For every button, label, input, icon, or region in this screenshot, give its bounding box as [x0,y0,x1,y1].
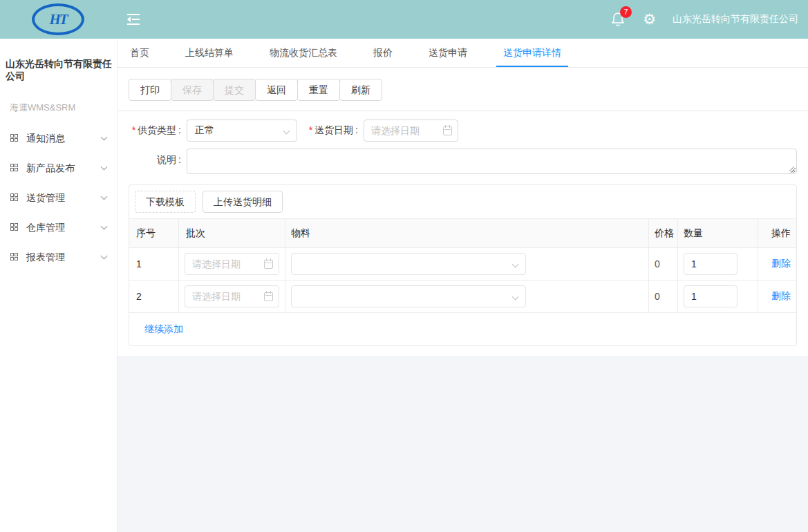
grid-icon [10,253,19,262]
row-batch-cell [179,281,285,312]
delete-link[interactable]: 删除 [771,258,791,270]
toolbar: 打印 保存 提交 返回 重置 刷新 [129,79,382,101]
sidebar-item-label: 仓库管理 [26,222,102,234]
back-button[interactable]: 返回 [255,79,298,101]
logo-text: HT [49,11,66,28]
form-row-note: 说明: [129,149,797,174]
row-action-cell: 删除 [758,281,796,312]
divider [118,111,808,111]
upload-detail-button[interactable]: 上传送货明细 [203,191,283,213]
company-logo: HT [32,3,84,35]
supply-type-select[interactable]: 正常 [187,120,297,142]
note-label: 说明: [129,154,182,167]
tab-delivery-request[interactable]: 送货申请 [422,39,474,67]
detail-card-buttons: 下载模板 上传送货明细 [129,185,796,218]
note-textarea-wrap [187,149,797,174]
calendar-icon [264,260,273,269]
chevron-down-icon [101,193,108,200]
page-content: 打印 保存 提交 返回 重置 刷新 *供货类型: 正常 *送货日期: 说明: [118,68,808,356]
sidebar-item-reports[interactable]: 报表管理 [0,243,117,272]
main-area: 首页 上线结算单 物流收货汇总表 报价 送货申请 送货申请详情 打印 保存 提交… [118,39,808,532]
calendar-icon [443,126,452,135]
reset-button[interactable]: 重置 [297,79,340,101]
supply-type-value: 正常 [195,124,214,137]
detail-card: 下载模板 上传送货明细 序号 批次 物料 价格 数量 操作 1 [129,184,797,346]
notification-badge: 7 [620,6,632,18]
row-material-cell [285,248,649,280]
tab-delivery-request-detail[interactable]: 送货申请详情 [496,39,568,67]
sidebar-item-warehouse[interactable]: 仓库管理 [0,213,117,243]
row-batch-cell [179,248,285,280]
row-action-cell: 删除 [758,248,796,280]
sidebar-company-title: 山东光岳转向节有限责任公司 [0,39,117,83]
row-quantity-cell [678,281,758,312]
app-header: HT 7 ⚙ 山东光岳转向节有限责任公司 [0,0,808,39]
sidebar-item-label: 报表管理 [26,251,102,264]
note-textarea[interactable] [187,149,797,174]
quantity-input[interactable] [684,285,737,307]
sidebar-system-name: 海運WMS&SRM [0,102,117,114]
row-price: 0 [649,281,678,312]
sidebar-item-label: 新产品发布 [26,162,102,175]
save-button[interactable]: 保存 [171,79,214,101]
detail-table: 序号 批次 物料 价格 数量 操作 1 [129,218,796,345]
tab-bar: 首页 上线结算单 物流收货汇总表 报价 送货申请 送货申请详情 [118,39,808,68]
col-header-price: 价格 [649,219,678,247]
sidebar-item-label: 通知消息 [26,133,102,145]
sidebar-menu: 通知消息 新产品发布 送货管理 仓库管理 报表管理 [0,124,117,272]
grid-icon [10,223,19,232]
delete-link[interactable]: 删除 [771,290,791,303]
table-row: 1 0 [129,247,796,280]
chevron-down-icon [283,128,290,135]
chevron-down-icon [101,134,108,141]
form-row-type-date: *供货类型: 正常 *送货日期: [129,120,797,142]
quantity-input[interactable] [684,253,737,275]
col-header-action: 操作 [758,219,796,247]
row-material-cell [285,281,649,312]
refresh-button[interactable]: 刷新 [339,79,382,101]
calendar-icon [264,292,273,301]
grid-icon [10,193,19,202]
col-header-index: 序号 [129,219,179,247]
settings-gear-icon[interactable]: ⚙ [643,12,656,27]
sidebar-item-new-product[interactable]: 新产品发布 [0,153,117,183]
batch-date-picker[interactable] [185,253,279,275]
table-row: 2 0 [129,280,796,312]
batch-date-picker[interactable] [185,285,279,307]
delivery-date-label: *送货日期: [306,124,359,137]
material-select[interactable] [291,285,526,307]
tab-online-settlement[interactable]: 上线结算单 [178,39,241,67]
print-button[interactable]: 打印 [129,79,171,101]
col-header-material: 物料 [285,219,649,247]
tab-quotation[interactable]: 报价 [366,39,400,67]
chevron-down-icon [101,164,108,171]
row-index: 1 [129,248,179,280]
material-select[interactable] [291,253,526,275]
chevron-down-icon [101,223,108,230]
download-template-button[interactable]: 下载模板 [135,191,196,213]
row-price: 0 [649,248,678,280]
grid-icon [10,134,19,143]
menu-fold-icon[interactable] [127,14,141,25]
sidebar-item-notifications[interactable]: 通知消息 [0,124,117,153]
submit-button[interactable]: 提交 [213,79,256,101]
tab-logistics-summary[interactable]: 物流收货汇总表 [263,39,344,67]
col-header-quantity: 数量 [678,219,758,247]
chevron-down-icon [512,294,519,301]
table-header-row: 序号 批次 物料 价格 数量 操作 [129,218,796,247]
table-footer-row: 继续添加 [129,312,796,345]
grid-icon [10,164,19,173]
delivery-date-picker[interactable] [364,120,458,142]
row-quantity-cell [678,248,758,280]
sidebar-item-label: 送货管理 [26,192,102,205]
col-header-batch: 批次 [179,219,285,247]
tab-home[interactable]: 首页 [123,39,156,67]
header-company-name: 山东光岳转向节有限责任公司 [673,13,798,26]
chevron-down-icon [101,253,108,260]
sidebar: 山东光岳转向节有限责任公司 海運WMS&SRM 通知消息 新产品发布 送货管理 … [0,39,118,532]
sidebar-item-delivery[interactable]: 送货管理 [0,183,117,213]
notification-bell-icon[interactable]: 7 [611,11,626,28]
supply-type-label: *供货类型: [129,124,182,137]
chevron-down-icon [512,261,519,268]
add-more-link[interactable]: 继续添加 [144,323,183,336]
